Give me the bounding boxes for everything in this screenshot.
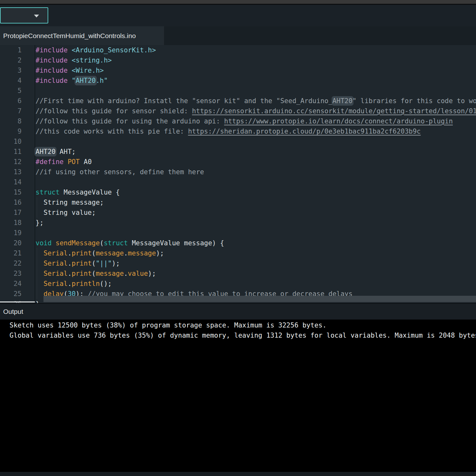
code-token: ( (100, 239, 104, 247)
editor-tab-bar: ProtopieConnectTemHumid_withControls.ino (0, 26, 476, 45)
indent-guide (37, 289, 37, 299)
line-number[interactable]: 22 (0, 258, 22, 268)
code-token: <Arduino_SensorKit.h> (72, 46, 156, 54)
code-line[interactable] (36, 228, 476, 238)
code-token: //follow this guide for sensor shield: (36, 107, 192, 115)
code-token: .h" (96, 77, 108, 84)
code-token: . (68, 270, 72, 277)
code-line[interactable]: //if using other sensors, define them he… (36, 167, 476, 177)
code-line[interactable]: String value; (36, 208, 476, 218)
board-selector-dropdown[interactable] (0, 7, 48, 23)
code-editor[interactable]: 1234567891011121314151617181920212223242… (0, 45, 476, 303)
code-line[interactable]: }; (36, 218, 476, 228)
code-token: println (72, 280, 100, 288)
highlighted-occurrence: AHT20 (333, 97, 353, 105)
code-token: Serial (43, 280, 68, 288)
code-token: }; (36, 219, 43, 227)
output-console[interactable]: Sketch uses 12500 bytes (38%) of program… (0, 320, 476, 472)
code-token: #define (36, 158, 68, 166)
line-number[interactable]: 4 (0, 76, 22, 86)
code-line[interactable]: //follow this guide for sensor shield: h… (36, 106, 476, 116)
code-token: struct (36, 188, 60, 196)
horizontal-scrollbar-thumb[interactable] (43, 296, 476, 302)
line-number[interactable]: 13 (0, 167, 22, 177)
line-number[interactable]: 21 (0, 248, 22, 258)
line-number[interactable]: 19 (0, 228, 22, 238)
line-number[interactable]: 5 (0, 86, 22, 96)
line-number[interactable]: 25 (0, 289, 22, 299)
line-number[interactable]: 10 (0, 136, 22, 147)
tab-sketch-file[interactable]: ProtopieConnectTemHumid_withControls.ino (0, 26, 164, 45)
code-line[interactable]: Serial.print("||"); (36, 258, 476, 268)
code-line[interactable]: #include "AHT20.h" (36, 76, 476, 86)
code-token: ); (148, 270, 156, 277)
code-line[interactable]: AHT20 AHT; (36, 147, 476, 157)
code-token: . (68, 280, 72, 288)
comment-link[interactable]: https://sheridan.protopie.cloud/p/0e3eb1… (188, 128, 420, 135)
line-number[interactable]: 9 (0, 126, 22, 136)
code-line[interactable] (36, 136, 476, 147)
code-token: . (124, 249, 128, 257)
comment-link[interactable]: https://www.protopie.io/learn/docs/conne… (224, 117, 453, 125)
code-token: ( (92, 249, 96, 257)
code-token (52, 239, 56, 247)
code-token: MessageValue message) { (128, 239, 224, 247)
comment-link[interactable]: https://sensorkit.arduino.cc/sensorkit/m… (192, 107, 476, 115)
code-line[interactable]: //this code works with this pie file: ht… (36, 126, 476, 136)
code-token: String message; (36, 199, 104, 206)
line-number[interactable]: 15 (0, 187, 22, 197)
console-line: Sketch uses 12500 bytes (38%) of program… (10, 320, 476, 330)
code-line[interactable]: struct MessageValue { (36, 187, 476, 197)
code-line[interactable]: #include <Wire.h> (36, 65, 476, 76)
code-line[interactable]: String message; (36, 197, 476, 208)
indent-guide (37, 268, 37, 279)
code-line[interactable]: Serial.print(message.value); (36, 268, 476, 279)
code-token: <Wire.h> (72, 67, 104, 74)
code-token: ); (112, 260, 120, 267)
code-line[interactable]: #include <Arduino_SensorKit.h> (36, 45, 476, 55)
code-line[interactable]: Serial.println(); (36, 279, 476, 289)
line-number[interactable]: 2 (0, 55, 22, 65)
code-line[interactable]: void sendMessage(struct MessageValue mes… (36, 238, 476, 248)
line-number[interactable]: 8 (0, 116, 22, 126)
line-number[interactable]: 16 (0, 197, 22, 208)
line-number[interactable]: 6 (0, 96, 22, 106)
code-token: sendMessage (56, 239, 100, 247)
code-line[interactable]: //follow this guide for using the arduin… (36, 116, 476, 126)
panel-resize-handle[interactable] (0, 301, 35, 302)
line-number[interactable]: 14 (0, 177, 22, 187)
line-number[interactable]: 23 (0, 268, 22, 279)
line-number[interactable]: 1 (0, 45, 22, 55)
code-token: . (68, 260, 72, 267)
line-number[interactable]: 12 (0, 157, 22, 167)
code-token: print (72, 270, 92, 277)
code-token: " (72, 77, 76, 84)
arduino-ide-window: ProtopieConnectTemHumid_withControls.ino… (0, 0, 476, 476)
line-number[interactable]: 11 (0, 147, 22, 157)
code-line[interactable]: Serial.print(message.message); (36, 248, 476, 258)
line-number[interactable]: 17 (0, 208, 22, 218)
line-number[interactable]: 3 (0, 65, 22, 76)
code-token: Serial (43, 270, 68, 277)
code-line[interactable] (36, 86, 476, 96)
line-number[interactable]: 20 (0, 238, 22, 248)
output-panel-title: Output (0, 304, 476, 320)
highlighted-occurrence: AHT20 (76, 77, 96, 84)
code-token: MessageValue { (60, 188, 120, 196)
code-token: " libraries for this code to work (353, 97, 476, 105)
code-line[interactable]: //First time with arduino? Instatl the "… (36, 96, 476, 106)
code-token: print (72, 249, 92, 257)
code-line[interactable] (36, 177, 476, 187)
line-number[interactable]: 24 (0, 279, 22, 289)
line-number[interactable]: 7 (0, 106, 22, 116)
line-number[interactable]: 18 (0, 218, 22, 228)
code-token: message (128, 249, 156, 257)
gutter-separator (35, 45, 35, 303)
tab-filename: ProtopieConnectTemHumid_withControls.ino (0, 26, 164, 45)
line-number[interactable]: 26 (0, 299, 22, 303)
chevron-down-icon (34, 15, 39, 17)
code-token: Serial (43, 249, 68, 257)
code-line[interactable]: #define POT A0 (36, 157, 476, 167)
code-line[interactable]: #include <string.h> (36, 55, 476, 65)
window-titlebar (0, 0, 476, 4)
